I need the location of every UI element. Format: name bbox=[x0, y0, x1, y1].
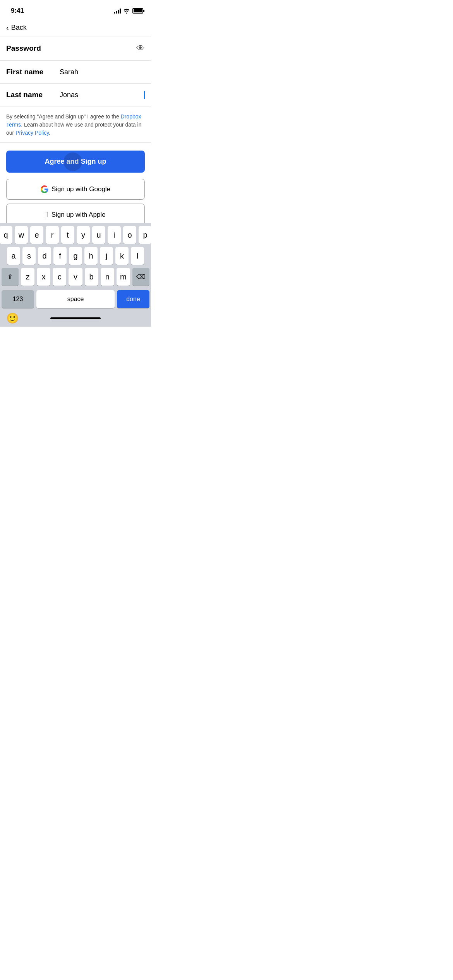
terms-text-3: . bbox=[49, 130, 50, 136]
key-q[interactable]: q bbox=[0, 226, 12, 244]
keyboard-rows: q w e r t y u i o p a s d f g h j k l ⇧ … bbox=[0, 223, 151, 290]
password-label: Password bbox=[6, 44, 57, 53]
home-indicator bbox=[50, 317, 101, 319]
done-label: done bbox=[126, 296, 140, 303]
key-e[interactable]: e bbox=[30, 226, 43, 244]
key-d[interactable]: d bbox=[38, 247, 51, 265]
key-h[interactable]: h bbox=[84, 247, 98, 265]
terms-text-1: By selecting "Agree and Sign up" I agree… bbox=[6, 113, 121, 120]
key-j[interactable]: j bbox=[100, 247, 113, 265]
keyboard-row-3: ⇧ z x c v b n m ⌫ bbox=[2, 268, 149, 286]
delete-key[interactable]: ⌫ bbox=[132, 268, 149, 286]
space-key[interactable]: space bbox=[36, 290, 115, 308]
status-bar: 9:41 bbox=[0, 0, 151, 19]
space-label: space bbox=[67, 296, 84, 303]
key-z[interactable]: z bbox=[21, 268, 34, 286]
key-b[interactable]: b bbox=[85, 268, 98, 286]
key-g[interactable]: g bbox=[69, 247, 82, 265]
agree-signup-button[interactable]: Agree and Sign up bbox=[6, 151, 145, 173]
status-time: 9:41 bbox=[11, 7, 24, 15]
done-key[interactable]: done bbox=[117, 290, 149, 308]
status-icons bbox=[114, 8, 143, 14]
keyboard-row-2: a s d f g h j k l bbox=[2, 247, 149, 265]
key-m[interactable]: m bbox=[117, 268, 130, 286]
password-field-row[interactable]: Password 👁 bbox=[0, 36, 151, 61]
apple-icon:  bbox=[45, 210, 48, 219]
key-i[interactable]: i bbox=[108, 226, 121, 244]
key-w[interactable]: w bbox=[15, 226, 28, 244]
shift-key[interactable]: ⇧ bbox=[2, 268, 19, 286]
key-f[interactable]: f bbox=[53, 247, 67, 265]
key-r[interactable]: r bbox=[46, 226, 59, 244]
key-t[interactable]: t bbox=[61, 226, 74, 244]
key-n[interactable]: n bbox=[101, 268, 114, 286]
keyboard: q w e r t y u i o p a s d f g h j k l ⇧ … bbox=[0, 223, 151, 327]
apple-signup-button[interactable]:  Sign up with Apple bbox=[6, 204, 145, 226]
key-o[interactable]: o bbox=[123, 226, 136, 244]
key-x[interactable]: x bbox=[37, 268, 50, 286]
emoji-bar: 🙂 bbox=[0, 310, 151, 327]
key-a[interactable]: a bbox=[7, 247, 20, 265]
numbers-label: 123 bbox=[13, 296, 23, 303]
google-signup-button[interactable]: Sign up with Google bbox=[6, 179, 145, 200]
keyboard-row-1: q w e r t y u i o p bbox=[2, 226, 149, 244]
keyboard-bottom-row: 123 space done bbox=[0, 290, 151, 310]
first-name-field-row[interactable]: First name Sarah bbox=[0, 61, 151, 84]
apple-signup-label: Sign up with Apple bbox=[51, 211, 106, 219]
key-c[interactable]: c bbox=[53, 268, 66, 286]
key-s[interactable]: s bbox=[22, 247, 36, 265]
key-v[interactable]: v bbox=[69, 268, 82, 286]
emoji-button[interactable]: 🙂 bbox=[6, 312, 19, 324]
wifi-icon bbox=[123, 8, 130, 14]
key-l[interactable]: l bbox=[131, 247, 144, 265]
button-ripple bbox=[63, 152, 82, 171]
eye-icon[interactable]: 👁 bbox=[136, 43, 145, 53]
last-name-label: Last name bbox=[6, 91, 57, 99]
privacy-policy-link[interactable]: Privacy Policy bbox=[15, 130, 49, 136]
key-p[interactable]: p bbox=[139, 226, 151, 244]
last-name-field-row[interactable]: Last name Jonas bbox=[0, 84, 151, 106]
back-button[interactable]: ‹ Back bbox=[0, 19, 151, 36]
battery-icon bbox=[132, 8, 143, 14]
first-name-label: First name bbox=[6, 68, 57, 76]
back-chevron-icon: ‹ bbox=[6, 23, 9, 32]
key-y[interactable]: y bbox=[77, 226, 90, 244]
key-k[interactable]: k bbox=[115, 247, 129, 265]
signal-icon bbox=[114, 8, 121, 14]
last-name-value[interactable]: Jonas bbox=[57, 91, 145, 99]
google-signup-label: Sign up with Google bbox=[51, 185, 110, 193]
first-name-value[interactable]: Sarah bbox=[57, 68, 145, 76]
back-label: Back bbox=[11, 24, 27, 32]
key-u[interactable]: u bbox=[92, 226, 105, 244]
numbers-key[interactable]: 123 bbox=[2, 290, 34, 308]
terms-text: By selecting "Agree and Sign up" I agree… bbox=[6, 113, 141, 136]
google-icon bbox=[41, 185, 48, 193]
terms-section: By selecting "Agree and Sign up" I agree… bbox=[0, 106, 151, 143]
